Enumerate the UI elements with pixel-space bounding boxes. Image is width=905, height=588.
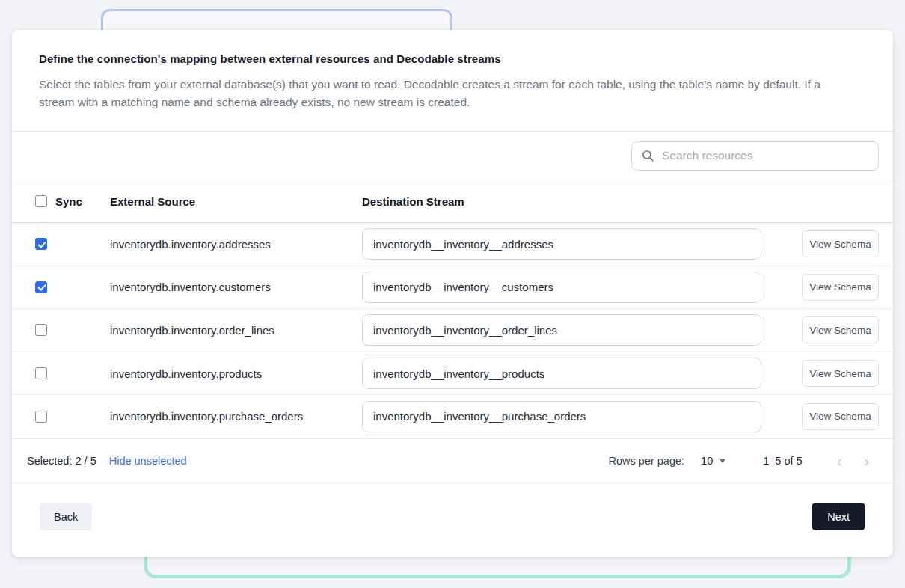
external-source-label: inventorydb.inventory.addresses bbox=[110, 238, 362, 251]
dialog-title: Define the connection's mapping between … bbox=[39, 52, 866, 65]
page-range-label: 1–5 of 5 bbox=[763, 455, 802, 467]
search-row bbox=[12, 132, 893, 180]
destination-stream-input[interactable] bbox=[362, 272, 761, 303]
rows-per-page-value: 10 bbox=[701, 455, 713, 467]
selected-count-label: Selected: 2 / 5 bbox=[27, 455, 96, 467]
external-source-label: inventorydb.inventory.order_lines bbox=[110, 324, 362, 337]
column-header-sync: Sync bbox=[55, 195, 82, 208]
view-schema-button[interactable]: View Schema bbox=[802, 403, 879, 430]
view-schema-button[interactable]: View Schema bbox=[802, 360, 879, 387]
destination-stream-input[interactable] bbox=[362, 314, 761, 346]
hide-unselected-link[interactable]: Hide unselected bbox=[109, 455, 187, 467]
table-row: inventorydb.inventory.products View Sche… bbox=[12, 352, 893, 396]
previous-page-button[interactable]: ‹ bbox=[834, 452, 845, 470]
view-schema-button[interactable]: View Schema bbox=[802, 230, 879, 257]
destination-stream-input[interactable] bbox=[362, 228, 761, 260]
row-sync-checkbox[interactable] bbox=[35, 281, 47, 293]
destination-stream-input[interactable] bbox=[362, 401, 761, 432]
table-header-row: Sync External Source Destination Stream bbox=[12, 180, 893, 223]
view-schema-button[interactable]: View Schema bbox=[802, 316, 879, 343]
external-source-label: inventorydb.inventory.products bbox=[110, 367, 362, 380]
dialog-actions: Back Next bbox=[12, 483, 893, 557]
rows-per-page-label: Rows per page: bbox=[609, 455, 685, 467]
dialog-description: Select the tables from your external dat… bbox=[39, 76, 847, 111]
row-sync-checkbox[interactable] bbox=[35, 367, 47, 379]
table-row: inventorydb.inventory.order_lines View S… bbox=[12, 309, 893, 352]
row-sync-checkbox[interactable] bbox=[35, 411, 47, 423]
external-source-label: inventorydb.inventory.customers bbox=[110, 281, 362, 293]
table-row: inventorydb.inventory.customers View Sch… bbox=[12, 266, 893, 310]
search-box bbox=[631, 141, 879, 171]
view-schema-button[interactable]: View Schema bbox=[802, 274, 879, 301]
external-source-label: inventorydb.inventory.purchase_orders bbox=[110, 410, 362, 423]
rows-per-page-select[interactable]: 10 bbox=[701, 455, 725, 467]
table-row: inventorydb.inventory.purchase_orders Vi… bbox=[12, 395, 893, 438]
destination-stream-input[interactable] bbox=[362, 358, 761, 389]
row-sync-checkbox[interactable] bbox=[35, 324, 47, 336]
next-button[interactable]: Next bbox=[812, 503, 865, 530]
sync-header-cell: Sync bbox=[35, 195, 110, 208]
table-row: inventorydb.inventory.addresses View Sch… bbox=[12, 223, 893, 266]
search-icon bbox=[641, 149, 654, 162]
search-input[interactable] bbox=[631, 141, 879, 171]
column-header-destination-stream: Destination Stream bbox=[362, 195, 788, 208]
next-page-button[interactable]: › bbox=[861, 452, 872, 470]
connection-mapping-dialog: Define the connection's mapping between … bbox=[12, 30, 893, 557]
dialog-header: Define the connection's mapping between … bbox=[12, 30, 893, 131]
select-all-checkbox[interactable] bbox=[35, 195, 47, 207]
row-sync-checkbox[interactable] bbox=[35, 238, 47, 250]
back-button[interactable]: Back bbox=[40, 503, 92, 530]
chevron-down-icon bbox=[720, 459, 725, 463]
column-header-external-source: External Source bbox=[110, 195, 362, 208]
pagination-bar: Selected: 2 / 5 Hide unselected Rows per… bbox=[12, 438, 893, 483]
